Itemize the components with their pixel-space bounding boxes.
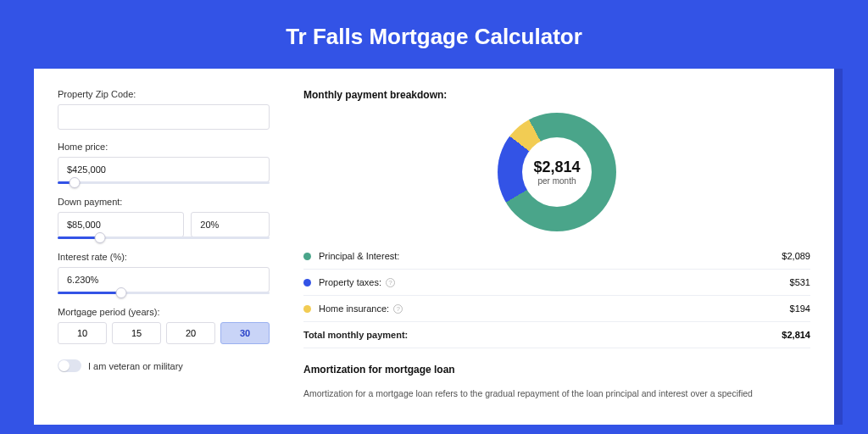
veteran-toggle[interactable]: [58, 359, 81, 372]
down-payment-field: Down payment:: [58, 197, 270, 240]
breakdown-chart: $2,814 per month: [498, 113, 616, 231]
mortgage-period-label: Mortgage period (years):: [58, 307, 270, 317]
page-title: Tr Falls Mortgage Calculator: [0, 0, 868, 69]
breakdown-title: Monthly payment breakdown:: [303, 89, 810, 101]
legend-row: Property taxes:?$531: [303, 270, 810, 296]
breakdown-amount: $2,814: [533, 159, 580, 176]
down-payment-input[interactable]: [58, 212, 184, 237]
veteran-toggle-row: I am veteran or military: [58, 359, 270, 372]
legend-value: $531: [790, 277, 810, 287]
info-icon[interactable]: ?: [393, 304, 403, 314]
legend-total-value: $2,814: [782, 330, 810, 340]
legend-dot-icon: [303, 279, 311, 287]
period-button-10[interactable]: 10: [58, 322, 107, 344]
veteran-label: I am veteran or military: [88, 361, 183, 371]
info-icon[interactable]: ?: [386, 278, 395, 287]
amortization-section: Amortization for mortgage loan Amortizat…: [303, 364, 810, 401]
down-payment-slider[interactable]: [58, 236, 270, 240]
amortization-title: Amortization for mortgage loan: [303, 364, 810, 376]
period-buttons: 10152030: [58, 322, 270, 344]
down-payment-percent-input[interactable]: [191, 212, 270, 237]
amortization-text: Amortization for a mortgage loan refers …: [303, 387, 810, 401]
legend-row: Home insurance:?$194: [303, 296, 810, 322]
legend-row: Principal & Interest:$2,089: [303, 243, 810, 270]
zip-input[interactable]: [58, 104, 270, 130]
interest-rate-slider[interactable]: [58, 292, 270, 295]
interest-rate-field: Interest rate (%):: [58, 252, 270, 295]
legend-label: Property taxes:?: [319, 277, 790, 287]
legend-label: Principal & Interest:: [319, 251, 782, 261]
legend-total-row: Total monthly payment:$2,814: [303, 322, 810, 348]
home-price-slider[interactable]: [58, 181, 270, 185]
calculator-card: Property Zip Code: Home price: Down paym…: [34, 69, 834, 425]
home-price-field: Home price:: [58, 142, 270, 185]
breakdown-panel: Monthly payment breakdown: $2,814 per mo…: [303, 89, 810, 401]
legend-label: Home insurance:?: [319, 303, 790, 314]
period-button-15[interactable]: 15: [112, 322, 161, 344]
legend-dot-icon: [303, 305, 311, 313]
interest-rate-input[interactable]: [58, 267, 270, 292]
legend-value: $194: [790, 303, 810, 314]
mortgage-period-field: Mortgage period (years): 10152030: [58, 307, 270, 344]
form-panel: Property Zip Code: Home price: Down paym…: [58, 89, 270, 401]
zip-field: Property Zip Code:: [58, 89, 270, 130]
zip-label: Property Zip Code:: [58, 89, 270, 99]
breakdown-legend: Principal & Interest:$2,089Property taxe…: [303, 243, 810, 348]
legend-dot-icon: [303, 253, 311, 260]
home-price-label: Home price:: [58, 142, 270, 152]
interest-rate-label: Interest rate (%):: [58, 252, 270, 262]
down-payment-label: Down payment:: [58, 197, 270, 207]
legend-total-label: Total monthly payment:: [303, 330, 782, 340]
legend-value: $2,089: [782, 251, 810, 261]
home-price-input[interactable]: [58, 157, 270, 182]
period-button-30[interactable]: 30: [220, 322, 270, 344]
period-button-20[interactable]: 20: [166, 322, 215, 344]
breakdown-sub: per month: [537, 176, 576, 186]
